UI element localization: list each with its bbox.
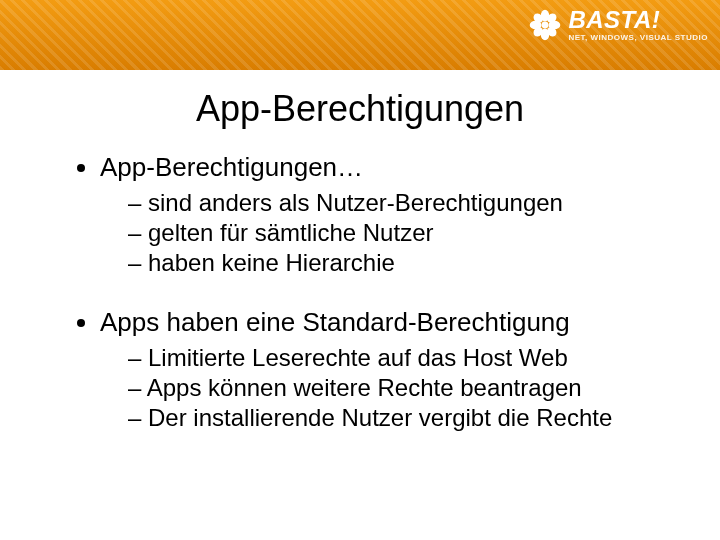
- sub-bullet-list: Limitierte Leserechte auf das Host Web A…: [128, 344, 690, 432]
- slide-content: App-Berechtigungen App-Berechtigungen… s…: [0, 70, 720, 432]
- sub-bullet-item: Der installierende Nutzer vergibt die Re…: [128, 404, 690, 432]
- header-band: BASTA! NET, WINDOWS, VISUAL STUDIO: [0, 0, 720, 70]
- bullet-item: App-Berechtigungen… sind anders als Nutz…: [100, 152, 690, 277]
- bullet-text: App-Berechtigungen…: [100, 152, 363, 182]
- brand-title: BASTA!: [568, 8, 708, 32]
- brand-text: BASTA! NET, WINDOWS, VISUAL STUDIO: [568, 8, 708, 42]
- sub-bullet-item: Limitierte Leserechte auf das Host Web: [128, 344, 690, 372]
- brand: BASTA! NET, WINDOWS, VISUAL STUDIO: [528, 8, 708, 42]
- brand-subtitle: NET, WINDOWS, VISUAL STUDIO: [568, 34, 708, 42]
- sub-bullet-item: Apps können weitere Rechte beantragen: [128, 374, 690, 402]
- flower-icon: [528, 8, 562, 42]
- sub-bullet-list: sind anders als Nutzer-Berechtigungen ge…: [128, 189, 690, 277]
- svg-point-0: [542, 22, 549, 29]
- slide-title: App-Berechtigungen: [0, 88, 720, 130]
- bullet-item: Apps haben eine Standard-Berechtigung Li…: [100, 307, 690, 432]
- sub-bullet-item: gelten für sämtliche Nutzer: [128, 219, 690, 247]
- sub-bullet-item: haben keine Hierarchie: [128, 249, 690, 277]
- bullet-list: App-Berechtigungen… sind anders als Nutz…: [70, 152, 720, 432]
- bullet-text: Apps haben eine Standard-Berechtigung: [100, 307, 570, 337]
- slide: BASTA! NET, WINDOWS, VISUAL STUDIO App-B…: [0, 0, 720, 540]
- sub-bullet-item: sind anders als Nutzer-Berechtigungen: [128, 189, 690, 217]
